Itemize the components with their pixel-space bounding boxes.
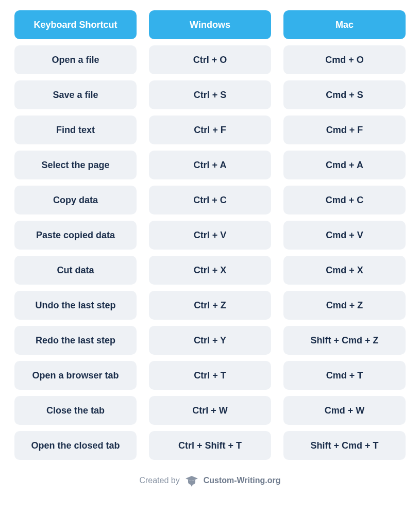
shortcut-label: Undo the last step — [14, 291, 137, 320]
mac-shortcut: Cmd + Z — [283, 291, 406, 320]
shortcut-label: Cut data — [14, 256, 137, 285]
shortcut-label: Open a file — [14, 45, 137, 74]
shortcut-label: Save a file — [14, 80, 137, 109]
attribution-footer: Created by Custom-Writing.org — [14, 474, 406, 487]
windows-shortcut: Ctrl + W — [149, 396, 271, 425]
mac-shortcut: Cmd + W — [283, 396, 406, 425]
shortcut-label: Open a browser tab — [14, 361, 137, 390]
windows-shortcut: Ctrl + O — [149, 45, 271, 74]
shortcut-label: Find text — [14, 116, 137, 144]
mac-shortcut: Cmd + S — [283, 80, 406, 109]
mac-shortcut: Cmd + T — [283, 361, 406, 390]
mac-shortcut: Shift + Cmd + Z — [283, 326, 406, 355]
mac-shortcut: Cmd + X — [283, 256, 406, 285]
windows-shortcut: Ctrl + V — [149, 221, 271, 250]
mac-shortcut: Cmd + F — [283, 116, 406, 144]
windows-shortcut: Ctrl + S — [149, 80, 271, 109]
windows-shortcut: Ctrl + Shift + T — [149, 431, 271, 460]
column-header-windows: Windows — [149, 10, 271, 39]
graduation-cap-icon — [185, 474, 198, 487]
windows-shortcut: Ctrl + T — [149, 361, 271, 390]
shortcut-label: Open the closed tab — [14, 431, 137, 460]
shortcut-label: Paste copied data — [14, 221, 137, 250]
mac-shortcut: Cmd + V — [283, 221, 406, 250]
column-header-mac: Mac — [283, 10, 406, 39]
windows-shortcut: Ctrl + C — [149, 186, 271, 214]
shortcut-label: Redo the last step — [14, 326, 137, 355]
shortcut-label: Copy data — [14, 186, 137, 214]
windows-shortcut: Ctrl + F — [149, 116, 271, 144]
column-header-shortcut: Keyboard Shortcut — [14, 10, 137, 39]
windows-shortcut: Ctrl + Y — [149, 326, 271, 355]
mac-shortcut: Cmd + O — [283, 45, 406, 74]
windows-shortcut: Ctrl + A — [149, 151, 271, 179]
mac-shortcut: Cmd + A — [283, 151, 406, 179]
svg-rect-0 — [191, 481, 192, 485]
shortcut-label: Select the page — [14, 151, 137, 179]
shortcut-label: Close the tab — [14, 396, 137, 425]
brand-name: Custom-Writing.org — [204, 476, 281, 485]
windows-shortcut: Ctrl + X — [149, 256, 271, 285]
mac-shortcut: Shift + Cmd + T — [283, 431, 406, 460]
shortcuts-table: Keyboard Shortcut Windows Mac Open a fil… — [14, 10, 406, 460]
mac-shortcut: Cmd + C — [283, 186, 406, 214]
created-by-label: Created by — [139, 476, 179, 485]
windows-shortcut: Ctrl + Z — [149, 291, 271, 320]
